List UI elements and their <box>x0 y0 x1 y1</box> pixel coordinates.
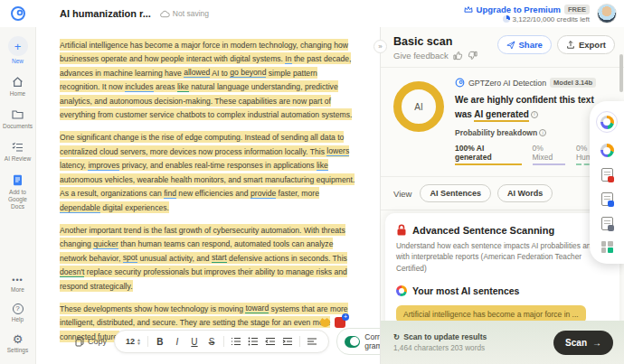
view-label: View <box>393 189 411 199</box>
save-status: Not saving <box>160 9 209 18</box>
refresh-icon: ↻ <box>393 332 400 341</box>
gear-icon: ⚙ <box>13 333 24 345</box>
thumbs-down-icon[interactable] <box>468 51 477 61</box>
sidebar-item-documents[interactable]: Documents <box>3 107 33 130</box>
sidebar-item-home[interactable]: Home <box>10 75 25 98</box>
grammar-suggestion[interactable]: includes <box>125 82 154 92</box>
gptzero-logo-icon[interactable] <box>0 5 36 22</box>
thumbs-up-icon[interactable] <box>453 51 463 61</box>
scan-button[interactable]: Scan → <box>553 331 613 355</box>
scrollbar-thumb[interactable] <box>619 54 623 92</box>
folder-icon <box>11 107 24 121</box>
indent-icon[interactable] <box>282 337 293 346</box>
sidebar-item-more[interactable]: ••• More <box>11 275 24 294</box>
strikethrough-button[interactable]: S <box>206 337 217 347</box>
copy-icon <box>75 337 84 347</box>
share-button[interactable]: Share <box>497 35 552 54</box>
avatar[interactable] <box>597 4 617 23</box>
font-size-stepper[interactable]: 12 ▲▼ <box>126 337 141 346</box>
document-title[interactable]: AI humanization r... <box>60 8 151 19</box>
grammar-suggestion[interactable]: allowed <box>184 68 210 78</box>
credits-counter: 3,122/10,000 credits left <box>503 15 590 23</box>
scan-panel: » Basic scan Give feedback Share Export … <box>380 27 624 364</box>
grammar-suggestion[interactable]: provide <box>251 189 276 199</box>
model-badge: Model 3.14b <box>550 78 596 88</box>
grammar-suggestion[interactable]: lowers <box>326 146 349 156</box>
export-icon <box>566 40 575 50</box>
crown-icon <box>464 5 473 14</box>
bullet-list-icon[interactable] <box>248 337 259 346</box>
color-ring-icon <box>396 285 407 296</box>
stepper-arrows-icon: ▲▼ <box>137 338 141 345</box>
floating-extension-toolbar <box>590 101 624 264</box>
scan-result-donut-icon[interactable] <box>596 111 618 133</box>
sidebar-item-add-to-google-docs[interactable]: Add to Google Docs <box>2 173 34 210</box>
hand-reaction-icon[interactable] <box>320 318 330 327</box>
info-icon[interactable]: i <box>531 111 538 118</box>
editor-toolbar: Copy 12 ▲▼ B I U S <box>37 328 380 355</box>
sidebar-item-help[interactable]: ? Help <box>12 303 24 323</box>
underline-button[interactable]: U <box>189 337 200 347</box>
info-icon[interactable]: i <box>539 129 546 136</box>
grammar-suggestion[interactable]: go beyond <box>230 68 266 78</box>
toggle-switch-icon[interactable] <box>345 336 360 348</box>
stats-grid-icon[interactable] <box>601 241 613 253</box>
bold-button[interactable]: B <box>155 337 165 347</box>
copy-button[interactable]: Copy <box>75 337 107 347</box>
ordered-list-icon[interactable] <box>231 337 241 346</box>
formatting-toolbar: 12 ▲▼ B I U S <box>114 330 329 353</box>
most-ai-sentences-title: Your most AI sentences <box>412 285 519 296</box>
sidebar-item-settings[interactable]: ⚙ Settings <box>7 333 29 354</box>
tab-ai-sentences[interactable]: AI Sentences <box>420 184 491 202</box>
grammar-suggestion[interactable]: spot <box>123 253 137 263</box>
grammar-suggestion[interactable]: like <box>317 161 328 171</box>
editor-text[interactable]: Artificial intelligence has become a maj… <box>37 27 380 344</box>
scan-update-label: Scan to update results <box>403 332 487 341</box>
grammar-suggestion[interactable]: find <box>164 189 176 199</box>
plus-icon: + <box>8 36 28 56</box>
extension-badge-icon[interactable] <box>335 317 345 328</box>
upgrade-premium-button[interactable]: Upgrade to Premium FREE <box>464 5 590 14</box>
editor-paragraph[interactable]: Artificial intelligence has become a maj… <box>60 38 356 123</box>
gptzero-color-logo-icon[interactable] <box>600 144 614 157</box>
grammar-suggestion[interactable]: like <box>177 82 189 92</box>
grammar-suggestion[interactable]: doesn't <box>60 267 84 277</box>
grammar-suggestion[interactable]: dependable <box>60 203 100 213</box>
give-feedback-label: Give feedback <box>393 51 449 61</box>
detection-result: AI GPTZero AI Detection Model 3.14b We a… <box>381 68 624 177</box>
credits-progress-icon <box>503 15 510 23</box>
outdent-icon[interactable] <box>265 337 276 346</box>
grammar-suggestion[interactable]: start <box>212 253 227 263</box>
probability-mixed: 0% Mixed <box>533 144 565 165</box>
paper-plane-icon <box>506 41 515 50</box>
sidebar: + New Home Documents AI Review Add to Go… <box>0 27 36 364</box>
grammar-suggestion[interactable]: improves <box>88 161 119 171</box>
lock-icon <box>396 224 407 236</box>
cloud-icon <box>160 10 170 18</box>
document-write-icon[interactable] <box>601 217 613 230</box>
plan-badge: FREE <box>564 5 590 14</box>
grammar-suggestion[interactable]: quicker <box>93 239 118 249</box>
sidebar-item-new[interactable]: + New <box>8 36 28 65</box>
arrow-right-icon: → <box>592 338 601 348</box>
align-icon[interactable] <box>307 337 317 346</box>
probability-ai: 100% AI generated <box>455 144 522 165</box>
sidebar-item-ai-review[interactable]: AI Review <box>5 140 31 163</box>
ai-score-donut: AI <box>393 81 444 132</box>
panel-collapse-button[interactable]: » <box>373 40 387 53</box>
tab-ai-words[interactable]: AI Words <box>497 184 553 202</box>
export-button[interactable]: Export <box>557 35 615 54</box>
advanced-description: Understand how each sentence impacts AI … <box>396 240 609 274</box>
editor-paragraph[interactable]: One significant change is the rise of ed… <box>60 131 356 216</box>
italic-button[interactable]: I <box>172 337 183 347</box>
google-docs-icon <box>11 173 24 187</box>
document-scan-icon[interactable] <box>601 168 613 182</box>
document-save-icon[interactable] <box>601 192 613 206</box>
scan-footer: ↻ Scan to update results 1,464 character… <box>381 321 624 364</box>
gptzero-detector-icon <box>455 78 465 88</box>
grammar-suggestion[interactable]: toward <box>245 303 269 313</box>
grammar-suggestion[interactable]: In <box>285 54 291 64</box>
editor-paragraph[interactable]: Another important trend is the fast grow… <box>60 223 356 294</box>
panel-title: Basic scan <box>393 35 477 48</box>
more-dots-icon: ••• <box>12 275 23 285</box>
